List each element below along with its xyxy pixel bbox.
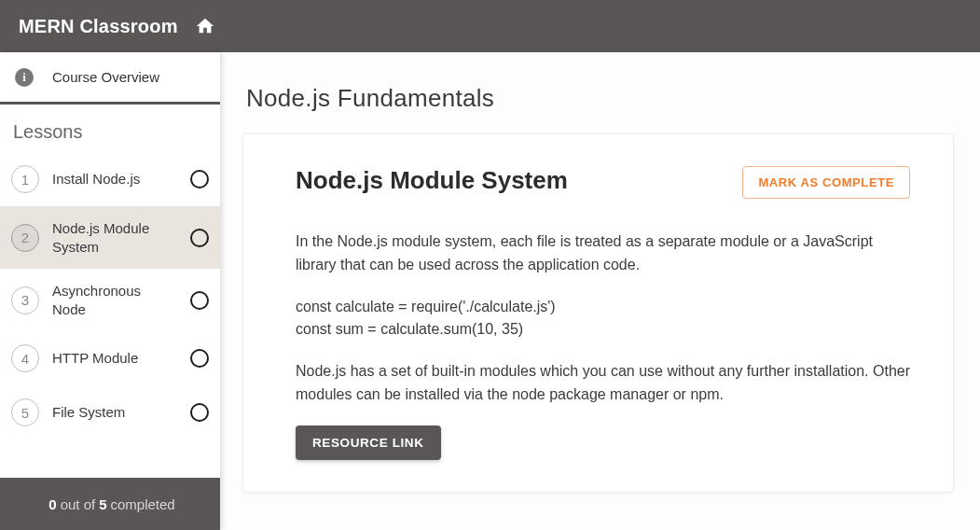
course-title: Node.js Fundamentals	[246, 84, 950, 113]
resource-link-button[interactable]: RESOURCE LINK	[296, 425, 441, 460]
footer-suffix: completed	[111, 496, 175, 512]
lesson-item[interactable]: 2Node.js Module System	[0, 206, 220, 269]
lesson-status-icon	[190, 403, 209, 422]
main-content: Node.js Fundamentals Node.js Module Syst…	[220, 52, 980, 530]
lesson-body: In the Node.js module system, each file …	[296, 230, 910, 460]
top-bar: MERN Classroom	[0, 0, 980, 52]
lesson-item-title: Install Node.js	[52, 170, 177, 188]
sidebar: i Course Overview Lessons 1Install Node.…	[0, 52, 220, 530]
home-icon[interactable]	[195, 16, 215, 36]
lessons-heading: Lessons	[0, 105, 220, 152]
lesson-status-icon	[190, 229, 209, 247]
lesson-paragraph: In the Node.js module system, each file …	[296, 230, 910, 277]
lesson-item-title: File System	[52, 403, 177, 422]
lesson-item[interactable]: 3Asynchronous Node	[0, 269, 220, 331]
brand-title: MERN Classroom	[19, 16, 178, 37]
course-overview-row[interactable]: i Course Overview	[0, 52, 220, 105]
lesson-item[interactable]: 5File System	[0, 385, 220, 439]
lesson-list: 1Install Node.js2Node.js Module System3A…	[0, 152, 220, 478]
lesson-code: const calculate = require('./calculate.j…	[296, 296, 910, 342]
lesson-number: 1	[11, 165, 39, 193]
lesson-item[interactable]: 1Install Node.js	[0, 152, 220, 206]
total-count: 5	[95, 496, 110, 512]
lesson-paragraph: Node.js has a set of built-in modules wh…	[296, 360, 910, 407]
lesson-status-icon	[190, 349, 209, 368]
lesson-item-title: HTTP Module	[52, 349, 177, 368]
lesson-status-icon	[190, 170, 209, 188]
info-icon: i	[15, 68, 34, 87]
mark-complete-button[interactable]: MARK AS COMPLETE	[742, 166, 910, 199]
lesson-item-title: Node.js Module System	[52, 219, 177, 256]
lesson-card: Node.js Module System MARK AS COMPLETE I…	[242, 133, 954, 493]
lesson-item-title: Asynchronous Node	[52, 282, 177, 318]
lesson-item[interactable]: 4HTTP Module	[0, 331, 220, 385]
lesson-status-icon	[190, 291, 209, 310]
course-overview-label: Course Overview	[52, 69, 159, 85]
lesson-title: Node.js Module System	[296, 166, 568, 195]
progress-footer: 0 out of 5 completed	[0, 478, 220, 530]
footer-mid: out of	[61, 496, 96, 512]
lesson-number: 5	[11, 398, 39, 426]
completed-count: 0	[45, 496, 60, 512]
lesson-number: 4	[11, 344, 39, 372]
lesson-number: 3	[11, 286, 39, 314]
lesson-number: 2	[11, 224, 39, 252]
